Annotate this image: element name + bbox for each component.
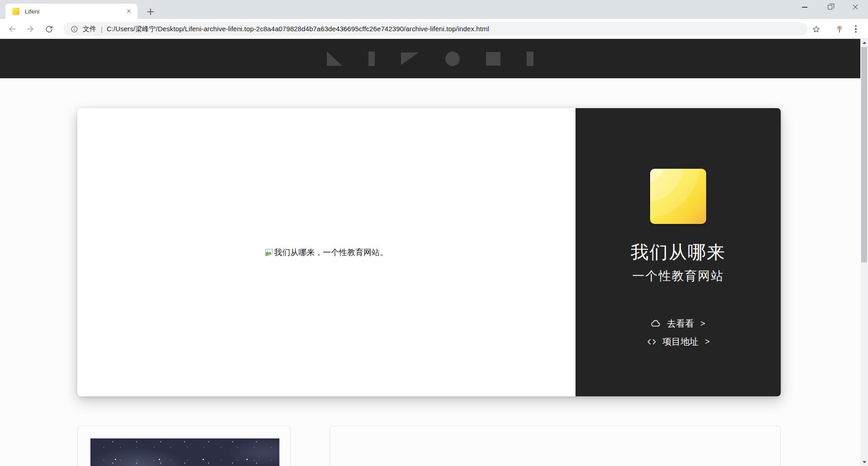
visit-site-label: 去看看 — [667, 318, 694, 330]
tab-close-icon[interactable] — [125, 7, 133, 15]
reload-icon — [45, 25, 53, 33]
scrollbar-down-button[interactable] — [860, 458, 868, 466]
forward-arrow-icon — [26, 24, 35, 33]
shape-triangle-lower-left — [327, 52, 342, 66]
tree-extension-icon — [836, 25, 843, 33]
hero-title: 我们从哪来 — [631, 242, 726, 262]
starry-night-image — [90, 438, 279, 466]
shape-circle — [445, 52, 460, 66]
window-controls — [792, 0, 868, 14]
code-icon — [646, 337, 657, 347]
minimize-icon — [802, 7, 807, 7]
shape-triangle-upper-left — [401, 52, 419, 65]
scrollbar-up-button[interactable] — [860, 39, 868, 47]
shape-bar-vertical — [368, 52, 375, 66]
url-separator: | — [101, 25, 103, 33]
window-restore-button[interactable] — [817, 0, 843, 14]
shape-bar-vertical-narrow — [527, 52, 533, 66]
reload-button[interactable] — [42, 22, 56, 36]
broken-image-placeholder: 我们从哪来，一个性教育网站。 — [265, 247, 388, 258]
page-info-icon[interactable] — [71, 25, 78, 33]
hero-card: 我们从哪来，一个性教育网站。 我们从哪来 一个性教育网站 去看看 > — [77, 108, 781, 396]
site-header-bar — [0, 39, 860, 78]
tab-title: Lifeni — [25, 8, 125, 15]
url-scheme-label: 文件 — [83, 25, 96, 33]
url-text[interactable]: C:/Users/梁峰宁/Desktop/Lifeni-archive-life… — [107, 25, 489, 33]
hero-image-area: 我们从哪来，一个性教育网站。 — [77, 108, 576, 396]
scrollbar-thumb[interactable] — [861, 47, 867, 262]
bookmark-button[interactable] — [809, 22, 823, 36]
broken-image-icon — [265, 248, 274, 256]
browser-tab[interactable]: Lifeni — [5, 4, 137, 19]
cloud-icon — [651, 319, 661, 329]
shape-square — [486, 52, 500, 66]
page-viewport: 我们从哪来，一个性教育网站。 我们从哪来 一个性教育网站 去看看 > — [0, 39, 868, 466]
back-arrow-icon — [8, 24, 17, 33]
extension-button[interactable] — [832, 22, 847, 36]
site-logo — [650, 169, 706, 224]
browser-menu-button[interactable] — [849, 22, 863, 36]
star-icon — [812, 25, 821, 33]
hero-subtitle: 一个性教育网站 — [632, 268, 724, 284]
chevron-right-icon: > — [700, 319, 705, 328]
browser-toolbar: 文件 | C:/Users/梁峰宁/Desktop/Lifeni-archive… — [0, 19, 868, 39]
close-icon — [852, 4, 859, 10]
window-minimize-button[interactable] — [792, 0, 817, 14]
visit-site-link[interactable]: 去看看 > — [651, 318, 705, 330]
hero-links: 去看看 > 项目地址 > — [646, 318, 710, 348]
scroll-down-icon — [863, 461, 866, 463]
forward-button[interactable] — [23, 22, 38, 36]
bottom-card-empty[interactable] — [330, 426, 781, 466]
browser-tab-strip: Lifeni — [0, 0, 868, 19]
project-repo-link[interactable]: 项目地址 > — [646, 336, 710, 348]
page-scrollbar[interactable] — [860, 39, 868, 466]
new-tab-button[interactable] — [145, 6, 156, 18]
scroll-up-icon — [863, 42, 866, 44]
kebab-menu-icon — [855, 25, 856, 33]
back-button[interactable] — [5, 22, 19, 36]
address-bar[interactable]: 文件 | C:/Users/梁峰宁/Desktop/Lifeni-archive… — [63, 22, 807, 36]
hero-panel: 我们从哪来 一个性教育网站 去看看 > 项目地址 > — [576, 108, 781, 396]
restore-icon — [828, 5, 832, 10]
broken-image-alt-text: 我们从哪来，一个性教育网站。 — [274, 247, 388, 258]
bottom-card-starry[interactable] — [77, 426, 291, 466]
window-close-button[interactable] — [843, 0, 868, 14]
tab-favicon-icon — [12, 8, 19, 15]
project-repo-label: 项目地址 — [662, 336, 698, 348]
chevron-right-icon: > — [705, 337, 710, 347]
